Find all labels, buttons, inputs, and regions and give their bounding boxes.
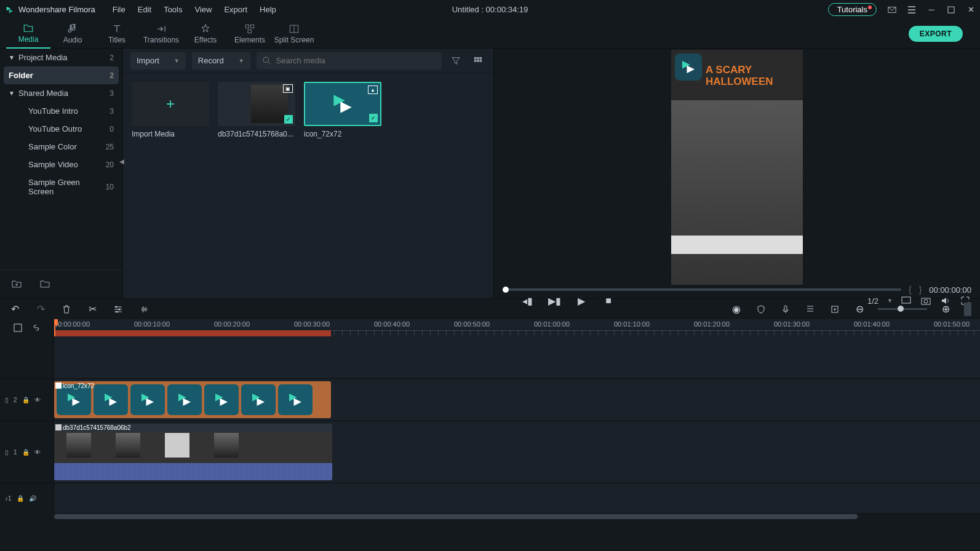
clip-video[interactable]: db37d1c57415768a06b2 xyxy=(54,424,332,480)
lock-icon[interactable]: 🔒 xyxy=(22,449,30,456)
preview-canvas[interactable]: A SCARYHALLOWEEN xyxy=(494,49,980,285)
media-item-video[interactable]: ▣✓ db37d1c57415768a0... xyxy=(218,82,295,138)
close-button[interactable]: ✕ xyxy=(966,6,975,14)
mark-in-icon[interactable]: { xyxy=(909,285,912,295)
tab-transitions[interactable]: Transitions xyxy=(139,19,183,49)
app-logo: Wondershare Filmora xyxy=(5,5,95,15)
menu-edit[interactable]: Edit xyxy=(138,5,151,14)
adjust-icon[interactable] xyxy=(112,303,124,315)
search-icon xyxy=(263,57,271,65)
svg-rect-21 xyxy=(784,306,787,311)
maximize-button[interactable] xyxy=(947,6,955,14)
svg-rect-10 xyxy=(477,57,479,59)
play-button[interactable]: ▶ xyxy=(575,295,588,307)
grid-view-icon[interactable] xyxy=(470,53,486,69)
image-badge-icon: ▲ xyxy=(368,85,378,94)
shield-icon[interactable] xyxy=(755,303,767,315)
menu-export[interactable]: Export xyxy=(224,5,247,14)
zoom-in-icon[interactable]: ⊕ xyxy=(939,303,952,315)
lock-icon[interactable]: 🔒 xyxy=(22,397,30,403)
clip-image[interactable]: icon_72x72 xyxy=(54,381,331,418)
media-panel: Import▼ Record▼ + Import Media ▣✓ db37d1… xyxy=(123,49,494,298)
mic-icon[interactable] xyxy=(779,303,792,315)
minimize-button[interactable]: ─ xyxy=(927,6,936,14)
folder-icon[interactable] xyxy=(37,276,53,292)
search-input[interactable] xyxy=(276,56,436,65)
mail-icon[interactable] xyxy=(888,6,896,14)
track-v1[interactable]: ▯1🔒👁 db37d1c57415768a06b2 xyxy=(0,421,980,483)
tab-splitscreen[interactable]: Split Screen xyxy=(272,19,316,49)
lock-icon[interactable]: 🔒 xyxy=(17,495,24,502)
zoom-fit-button[interactable] xyxy=(964,303,971,316)
link-icon[interactable] xyxy=(30,322,42,334)
sidebar-item-sample-color[interactable]: Sample Color25 xyxy=(0,138,122,156)
prev-frame-button[interactable]: ◂▮ xyxy=(521,295,533,307)
eye-icon[interactable]: 👁 xyxy=(34,449,41,456)
list-icon[interactable] xyxy=(907,6,916,14)
tab-titles[interactable]: Titles xyxy=(95,19,139,49)
timeline-options-icon[interactable] xyxy=(12,322,24,334)
media-sidebar: ▼Project Media2 Folder2 ▼Shared Media3 Y… xyxy=(0,49,123,298)
sidebar-item-folder[interactable]: Folder2 xyxy=(4,66,119,84)
title-bar: Wondershare Filmora File Edit Tools View… xyxy=(0,0,980,19)
primary-tabs: Media Audio Titles Transitions Effects E… xyxy=(0,19,980,49)
import-media-card[interactable]: + Import Media xyxy=(132,82,209,138)
zoom-out-icon[interactable]: ⊖ xyxy=(853,303,866,315)
media-item-icon[interactable]: ▲✓ icon_72x72 xyxy=(304,82,381,138)
timeline-ruler[interactable]: 00:00:00:0000:00:10:0000:00:20:0000:00:3… xyxy=(0,319,980,336)
timeline-tracks: ▯2🔒👁 icon_72x72 ▯1🔒👁 db37d1c57415768a06b… xyxy=(0,336,980,513)
tab-effects[interactable]: Effects xyxy=(183,19,228,49)
mark-out-icon[interactable]: } xyxy=(919,285,922,295)
render-icon[interactable]: ◉ xyxy=(730,303,743,315)
tab-media[interactable]: Media xyxy=(6,19,50,49)
search-media[interactable] xyxy=(257,52,442,69)
speaker-icon[interactable]: 🔊 xyxy=(29,495,36,502)
svg-point-18 xyxy=(116,306,118,307)
redo-button[interactable]: ↷ xyxy=(34,303,47,315)
sidebar-item-sample-video[interactable]: Sample Video20 xyxy=(0,156,122,173)
sidebar-item-project-media[interactable]: ▼Project Media2 xyxy=(0,49,122,66)
audio-wave-icon[interactable] xyxy=(138,303,150,315)
marker-icon[interactable] xyxy=(829,303,841,315)
overlay-logo-icon xyxy=(675,54,702,81)
svg-rect-11 xyxy=(480,57,482,59)
video-badge-icon: ▣ xyxy=(283,84,293,93)
track-a1[interactable]: ♪1🔒🔊 xyxy=(0,483,980,513)
menu-file[interactable]: File xyxy=(113,5,125,14)
play-backward-button[interactable]: ▶▮ xyxy=(548,295,560,307)
app-name: Wondershare Filmora xyxy=(18,5,95,14)
sidebar-item-youtube-outro[interactable]: YouTube Outro0 xyxy=(0,120,122,138)
used-check-icon: ✓ xyxy=(284,115,293,124)
filmora-icon xyxy=(329,90,356,117)
svg-rect-12 xyxy=(474,60,477,62)
undo-button[interactable]: ↶ xyxy=(9,303,21,315)
svg-line-8 xyxy=(268,61,270,64)
eye-icon[interactable]: 👁 xyxy=(34,397,41,403)
scrub-handle[interactable] xyxy=(503,287,509,293)
cut-button[interactable]: ✂ xyxy=(86,303,98,315)
record-dropdown[interactable]: Record▼ xyxy=(192,52,250,69)
sidebar-item-youtube-intro[interactable]: YouTube Intro3 xyxy=(0,102,122,120)
track-v2[interactable]: ▯2🔒👁 icon_72x72 xyxy=(0,378,980,421)
sidebar-collapse-handle[interactable]: ◀ xyxy=(119,158,125,169)
filter-icon[interactable] xyxy=(448,53,464,69)
menu-view[interactable]: View xyxy=(194,5,212,14)
scrub-bar[interactable]: { } 00:00:00:00 xyxy=(494,285,980,295)
new-folder-icon[interactable] xyxy=(9,276,25,292)
menu-bar: File Edit Tools View Export Help xyxy=(113,5,276,14)
delete-button[interactable] xyxy=(60,303,73,315)
stop-button[interactable]: ■ xyxy=(602,295,615,307)
mixer-icon[interactable] xyxy=(804,303,816,315)
menu-tools[interactable]: Tools xyxy=(164,5,182,14)
sidebar-item-sample-green-screen[interactable]: Sample Green Screen10 xyxy=(0,173,122,200)
zoom-slider[interactable] xyxy=(878,308,927,310)
menu-help[interactable]: Help xyxy=(260,5,276,14)
svg-rect-13 xyxy=(477,60,479,62)
tutorials-button[interactable]: Tutorials xyxy=(828,3,877,16)
import-dropdown[interactable]: Import▼ xyxy=(130,52,186,69)
sidebar-item-shared-media[interactable]: ▼Shared Media3 xyxy=(0,84,122,102)
tab-elements[interactable]: Elements xyxy=(228,19,272,49)
tab-audio[interactable]: Audio xyxy=(50,19,95,49)
export-button[interactable]: EXPORT xyxy=(909,26,963,42)
timeline-scrollbar[interactable] xyxy=(0,513,980,520)
